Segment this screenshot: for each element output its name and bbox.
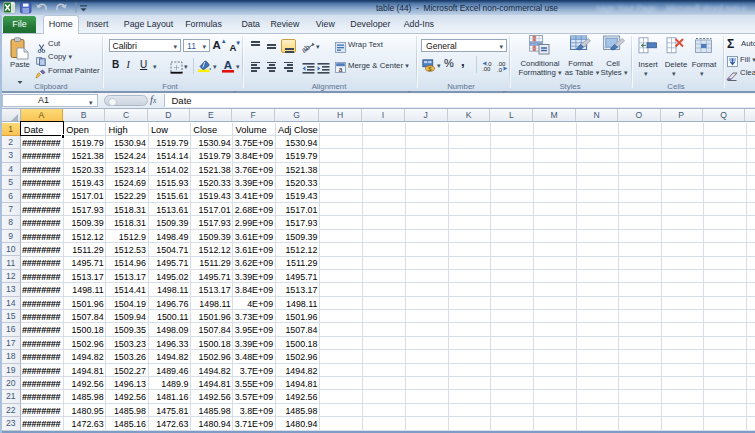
svg-text:.00: .00 [482,66,491,72]
svg-text:A: A [223,59,231,71]
svg-text:a: a [339,66,343,73]
svg-text:.0: .0 [497,66,503,72]
svg-text:ab: ab [302,43,312,53]
